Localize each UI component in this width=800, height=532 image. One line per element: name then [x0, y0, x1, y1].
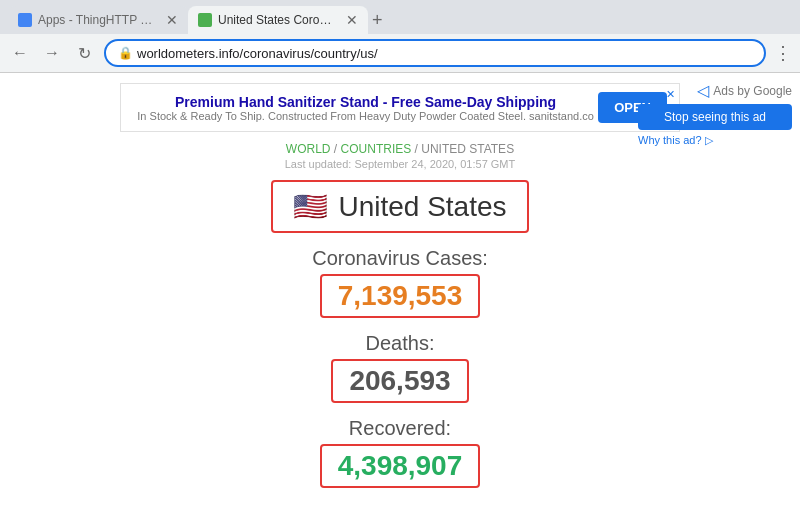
- forward-button[interactable]: →: [40, 44, 64, 62]
- cases-value: 7,139,553: [338, 280, 463, 311]
- ad-banner: ✕ Premium Hand Sanitizer Stand - Free Sa…: [120, 83, 680, 132]
- recovered-block: Recovered: 4,398,907: [115, 417, 685, 488]
- deaths-block: Deaths: 206,593: [115, 332, 685, 403]
- recovered-value-box: 4,398,907: [320, 444, 481, 488]
- main-content: WORLD / COUNTRIES / UNITED STATES Last u…: [105, 142, 695, 507]
- deaths-label: Deaths:: [115, 332, 685, 355]
- tab-2[interactable]: United States Coronavirus: T ✕: [188, 6, 368, 34]
- breadcrumb-sep1: /: [331, 142, 341, 156]
- sidebar-collapse-icon[interactable]: ◁: [697, 81, 709, 100]
- tab-1-favicon: [18, 13, 32, 27]
- breadcrumb: WORLD / COUNTRIES / UNITED STATES: [115, 142, 685, 156]
- tab-2-close[interactable]: ✕: [346, 12, 358, 28]
- tab-1-title: Apps - ThingHTTP - ThingSp...: [38, 13, 156, 27]
- page-content: ✕ Premium Hand Sanitizer Stand - Free Sa…: [0, 73, 800, 507]
- stop-seeing-button[interactable]: Stop seeing this ad: [638, 104, 792, 130]
- tab-1[interactable]: Apps - ThingHTTP - ThingSp... ✕: [8, 6, 188, 34]
- tab-2-title: United States Coronavirus: T: [218, 13, 336, 27]
- ads-by-google-label: Ads by Google: [713, 84, 792, 98]
- tab-1-close[interactable]: ✕: [166, 12, 178, 28]
- ad-headline: Premium Hand Sanitizer Stand - Free Same…: [133, 94, 598, 110]
- country-box: 🇺🇸 United States: [271, 180, 528, 233]
- new-tab-button[interactable]: +: [372, 11, 383, 29]
- tab-2-favicon: [198, 13, 212, 27]
- deaths-value: 206,593: [349, 365, 450, 396]
- projections-link[interactable]: Projections: [365, 505, 434, 507]
- menu-button[interactable]: ⋮: [774, 42, 792, 64]
- address-bar-row: ← → ↻ 🔒 worldometers.info/coronavirus/co…: [0, 34, 800, 72]
- why-this-ad-link[interactable]: Why this ad? ▷: [638, 134, 792, 147]
- refresh-button[interactable]: ↻: [72, 44, 96, 63]
- address-text: worldometers.info/coronavirus/country/us…: [137, 46, 378, 61]
- cases-label: Coronavirus Cases:: [115, 247, 685, 270]
- sidebar: ◁ Ads by Google Stop seeing this ad Why …: [630, 73, 800, 155]
- last-updated: Last updated: September 24, 2020, 01:57 …: [115, 158, 685, 170]
- back-button[interactable]: ←: [8, 44, 32, 62]
- tab-bar: Apps - ThingHTTP - ThingSp... ✕ United S…: [0, 0, 800, 34]
- ad-sub: In Stock & Ready To Ship. Constructed Fr…: [133, 110, 598, 122]
- breadcrumb-sep2: /: [411, 142, 421, 156]
- recovered-label: Recovered:: [115, 417, 685, 440]
- ad-text-block: Premium Hand Sanitizer Stand - Free Same…: [133, 94, 598, 122]
- breadcrumb-world-link[interactable]: WORLD: [286, 142, 331, 156]
- breadcrumb-current: UNITED STATES: [421, 142, 514, 156]
- country-heading: 🇺🇸 United States: [115, 180, 685, 233]
- breadcrumb-countries-link[interactable]: COUNTRIES: [341, 142, 412, 156]
- cases-value-box: 7,139,553: [320, 274, 481, 318]
- country-flag: 🇺🇸: [293, 190, 328, 223]
- browser-chrome: Apps - ThingHTTP - ThingSp... ✕ United S…: [0, 0, 800, 73]
- projections-link-block: Projections: [115, 504, 685, 507]
- address-box[interactable]: 🔒 worldometers.info/coronavirus/country/…: [104, 39, 766, 67]
- deaths-value-box: 206,593: [331, 359, 468, 403]
- lock-icon: 🔒: [118, 46, 133, 60]
- country-name: United States: [338, 191, 506, 223]
- cases-block: Coronavirus Cases: 7,139,553: [115, 247, 685, 318]
- recovered-value: 4,398,907: [338, 450, 463, 481]
